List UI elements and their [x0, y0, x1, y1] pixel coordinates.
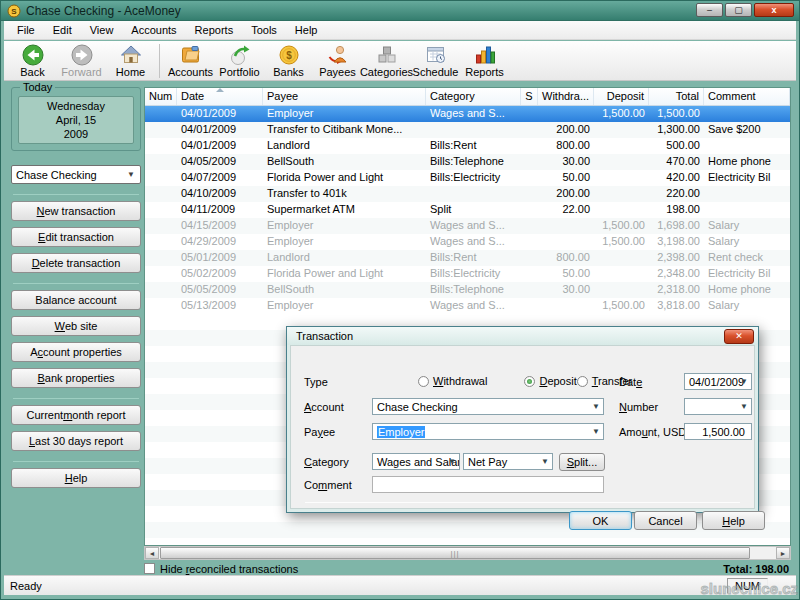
scrollbar-thumb[interactable]: |||	[160, 547, 750, 559]
table-row[interactable]: 04/15/2009 Employer Wages and S... 1,500…	[145, 218, 790, 234]
column-header-payee[interactable]: Payee	[263, 88, 426, 105]
date-label: Date	[619, 376, 642, 388]
table-row[interactable]: 04/29/2009 Employer Wages and S... 1,500…	[145, 234, 790, 250]
column-header-category[interactable]: Category	[426, 88, 521, 105]
cell-date: 05/02/2009	[177, 266, 263, 282]
reports-icon	[473, 43, 497, 67]
dialog-close-icon[interactable]: ✕	[724, 329, 754, 344]
banks-button[interactable]: $ Banks	[264, 43, 313, 78]
cell-status	[521, 218, 538, 234]
menu-item[interactable]: Accounts	[122, 22, 185, 38]
cell-num	[145, 234, 177, 250]
cell-withdrawal	[538, 106, 594, 122]
window-title: Chase Checking - AceMoney	[26, 4, 181, 18]
radio-option[interactable]: Withdrawal	[418, 374, 487, 388]
cell-payee: BellSouth	[263, 154, 426, 170]
date-combo[interactable]: 04/01/2009▼	[684, 373, 752, 390]
number-combo[interactable]: ▼	[684, 398, 752, 415]
amount-field[interactable]: 1,500.00	[684, 423, 752, 440]
column-header-status[interactable]: S	[521, 88, 538, 105]
balance-account-button[interactable]: Balance account	[11, 290, 141, 310]
payee-combo[interactable]: Employer▼	[372, 423, 604, 440]
cell-category: Wages and S...	[426, 218, 521, 234]
cell-deposit: 1,500.00	[594, 234, 649, 250]
cell-withdrawal: 30.00	[538, 282, 594, 298]
web-site-button[interactable]: Web site	[11, 316, 141, 336]
cancel-button[interactable]: Cancel	[634, 511, 697, 530]
new-transaction-button[interactable]: New transaction	[11, 201, 141, 221]
ok-button[interactable]: OK	[569, 511, 632, 530]
maximize-button[interactable]: ▢	[725, 3, 752, 17]
horizontal-scrollbar[interactable]: ◄ ||| ►	[144, 546, 791, 560]
cell-payee: Transfer to 401k	[263, 186, 426, 202]
account-selector[interactable]: Chase Checking ▼	[11, 165, 141, 184]
back-button[interactable]: Back	[8, 43, 57, 78]
categories-icon	[375, 43, 399, 67]
split-button[interactable]: Split...	[559, 453, 605, 471]
menu-item[interactable]: File	[8, 22, 44, 38]
table-row[interactable]: 04/01/2009 Employer Wages and S... 1,500…	[145, 106, 790, 122]
today-monthday: April, 15	[56, 113, 96, 127]
schedule-button[interactable]: Schedule	[411, 43, 460, 78]
last-30-days-report-button[interactable]: Last 30 days report	[11, 431, 141, 451]
table-row[interactable]: 05/05/2009 BellSouth Bills:Telephone 30.…	[145, 282, 790, 298]
home-button[interactable]: Home	[106, 43, 155, 78]
column-header-date[interactable]: Date	[177, 88, 263, 105]
cell-status	[521, 298, 538, 314]
column-header-comment[interactable]: Comment	[704, 88, 790, 105]
cell-deposit	[594, 282, 649, 298]
accounts-button[interactable]: Accounts	[166, 43, 215, 78]
menu-item[interactable]: Help	[286, 22, 327, 38]
table-row[interactable]: 04/11/2009 Supermarket ATM Split 22.00 1…	[145, 202, 790, 218]
payees-button[interactable]: Payees	[313, 43, 362, 78]
payees-icon	[326, 43, 350, 67]
table-row[interactable]: 05/13/2009 Employer Wages and S... 1,500…	[145, 298, 790, 314]
menu-item[interactable]: Tools	[242, 22, 286, 38]
minimize-button[interactable]: –	[696, 3, 723, 17]
dialog-help-button[interactable]: Help	[702, 511, 765, 530]
table-row[interactable]: 04/01/2009 Landlord Bills:Rent 800.00 50…	[145, 138, 790, 154]
account-properties-button[interactable]: Account properties	[11, 342, 141, 362]
column-header-deposit[interactable]: Deposit	[594, 88, 649, 105]
scroll-left-arrow-icon[interactable]: ◄	[145, 547, 159, 559]
hide-reconciled-checkbox[interactable]	[144, 563, 155, 574]
cell-status	[521, 250, 538, 266]
category-combo[interactable]: Wages and Salary▼	[372, 453, 460, 470]
current-month-report-button[interactable]: Current month report	[11, 405, 141, 425]
comment-field[interactable]	[372, 476, 604, 493]
cell-date: 04/01/2009	[177, 138, 263, 154]
cell-total: 470.00	[649, 154, 704, 170]
reports-button[interactable]: Reports	[460, 43, 509, 78]
table-row[interactable]: 04/01/2009 Transfer to Citibank Mone... …	[145, 122, 790, 138]
cell-date: 04/01/2009	[177, 106, 263, 122]
status-text: Ready	[10, 580, 42, 592]
account-combo[interactable]: Chase Checking▼	[372, 398, 604, 415]
cell-withdrawal: 200.00	[538, 186, 594, 202]
categories-button[interactable]: Categories	[362, 43, 411, 78]
menu-item[interactable]: View	[81, 22, 123, 38]
menu-item[interactable]: Edit	[44, 22, 81, 38]
close-button[interactable]: x	[754, 3, 794, 17]
table-row[interactable]: 04/10/2009 Transfer to 401k 200.00 220.0…	[145, 186, 790, 202]
portfolio-button[interactable]: Portfolio	[215, 43, 264, 78]
radio-option[interactable]: Deposit	[524, 374, 576, 388]
column-header-withdrawal[interactable]: Withdra...	[538, 88, 594, 105]
subcategory-combo[interactable]: Net Pay▼	[463, 453, 553, 470]
table-row[interactable]: 05/01/2009 Landlord Bills:Rent 800.00 2,…	[145, 250, 790, 266]
bank-properties-button[interactable]: Bank properties	[11, 368, 141, 388]
cell-category: Wages and S...	[426, 234, 521, 250]
table-row[interactable]: 05/02/2009 Florida Power and Light Bills…	[145, 266, 790, 282]
column-header-total[interactable]: Total	[649, 88, 704, 105]
table-row[interactable]: 04/07/2009 Florida Power and Light Bills…	[145, 170, 790, 186]
table-row[interactable]: 04/05/2009 BellSouth Bills:Telephone 30.…	[145, 154, 790, 170]
statusbar: Ready NUM	[4, 575, 796, 595]
menu-item[interactable]: Reports	[186, 22, 243, 38]
sidebar-separator	[13, 194, 139, 195]
column-header-num[interactable]: Num	[145, 88, 177, 105]
delete-transaction-button[interactable]: Delete transaction	[11, 253, 141, 273]
help-button[interactable]: Help	[11, 468, 141, 488]
cell-comment	[704, 202, 790, 218]
edit-transaction-button[interactable]: Edit transaction	[11, 227, 141, 247]
sidebar-separator	[13, 461, 139, 462]
scroll-right-arrow-icon[interactable]: ►	[776, 547, 790, 559]
